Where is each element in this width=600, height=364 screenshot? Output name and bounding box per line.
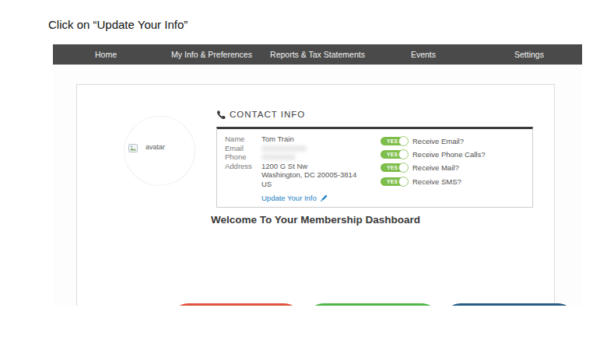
field-row-email: Email <box>225 144 373 153</box>
contact-fields: Name Tom Train Email Phone Address 1200 … <box>225 135 373 202</box>
field-row-address-line3: US <box>225 180 373 189</box>
contact-info-box: Name Tom Train Email Phone Address 1200 … <box>216 127 533 208</box>
top-navbar: Home My Info & Preferences Reports & Tax… <box>53 44 582 65</box>
contact-info-heading: CONTACT INFO <box>216 110 305 119</box>
renew-membership-button[interactable]: Renew Membership <box>172 303 300 306</box>
redacted-phone-value <box>261 154 296 160</box>
pref-row-receive-phone-calls: YES Receive Phone Calls? <box>381 148 485 161</box>
contact-info-title: CONTACT INFO <box>230 110 305 119</box>
field-row-address-line2: Washington, DC 20005-3814 <box>225 170 373 180</box>
field-label: Address <box>225 162 261 171</box>
field-label: Phone <box>225 152 261 162</box>
membership-dashboard-page: Home My Info & Preferences Reports & Tax… <box>53 44 582 306</box>
pref-label: Receive Email? <box>412 137 464 145</box>
pencil-icon <box>320 194 328 202</box>
update-your-info-link[interactable]: Update Your Info <box>261 194 328 202</box>
pref-row-receive-sms: YES Receive SMS? <box>381 175 485 188</box>
field-value: US <box>261 180 272 189</box>
avatar-alt-text: avatar <box>146 143 165 151</box>
pref-label: Receive Phone Calls? <box>412 150 485 159</box>
screenshot-root: Click on “Update Your Info” Home My Info… <box>0 0 600 364</box>
nav-item-events[interactable]: Events <box>370 44 476 65</box>
welcome-heading: Welcome To Your Membership Dashboard <box>77 214 554 226</box>
receive-sms-toggle[interactable]: YES <box>381 177 408 186</box>
nav-item-settings[interactable]: Settings <box>476 44 582 65</box>
receive-email-toggle[interactable]: YES <box>381 137 408 145</box>
pref-row-receive-email: YES Receive Email? <box>381 135 485 148</box>
nav-item-my-info-preferences[interactable]: My Info & Preferences <box>159 44 265 65</box>
pref-row-receive-mail: YES Receive Mail? <box>381 161 485 174</box>
broken-image-icon <box>128 144 138 152</box>
contact-preferences: YES Receive Email? YES Receive Phone Cal… <box>381 135 485 188</box>
instruction-text: Click on “Update Your Info” <box>48 18 188 31</box>
toggle-knob <box>398 177 409 187</box>
pref-label: Receive SMS? <box>412 177 461 186</box>
nav-item-home[interactable]: Home <box>53 44 159 65</box>
field-row-phone: Phone <box>225 152 373 162</box>
field-value: Washington, DC 20005-3814 <box>261 170 356 180</box>
receive-phone-calls-toggle[interactable]: YES <box>381 150 408 159</box>
phone-icon <box>216 110 226 119</box>
redacted-email-value <box>261 145 307 152</box>
field-value: 1200 G St Nw <box>261 162 307 171</box>
receive-mail-toggle[interactable]: YES <box>381 163 408 172</box>
field-value: Tom Train <box>261 135 294 144</box>
toggle-knob <box>398 136 409 146</box>
field-label: Name <box>225 135 261 144</box>
dashboard-card: avatar CONTACT INFO Name Tom Train Ema <box>76 84 555 306</box>
field-row-name: Name Tom Train <box>225 135 373 144</box>
toggle-knob <box>398 149 409 159</box>
nav-item-reports-tax-statements[interactable]: Reports & Tax Statements <box>265 44 370 65</box>
field-row-address: Address 1200 G St Nw <box>225 162 373 171</box>
toggle-knob <box>398 163 409 173</box>
board-council-directory-button[interactable]: Board + Council Directory <box>444 303 574 306</box>
pref-label: Receive Mail? <box>412 163 459 172</box>
donate-button[interactable]: Donate <box>307 303 438 306</box>
field-label: Email <box>225 144 261 153</box>
